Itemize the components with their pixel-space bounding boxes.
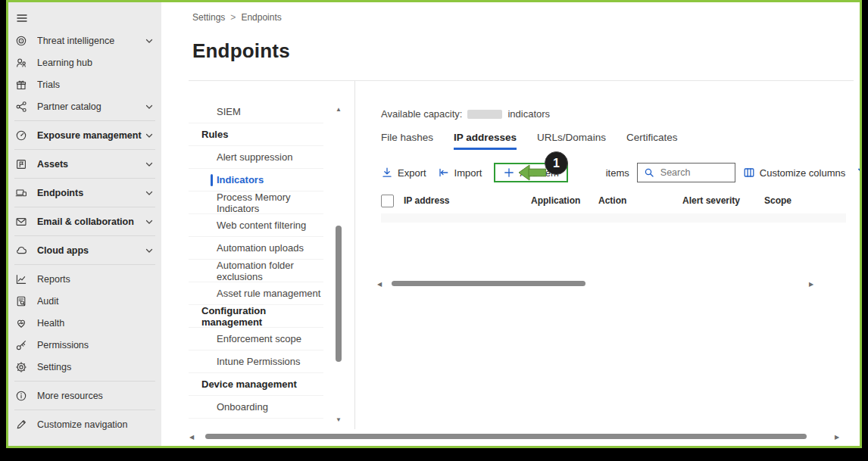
- breadcrumb-separator: >: [230, 12, 236, 23]
- sidebar-item-label: Trials: [37, 79, 154, 90]
- scroll-left-arrow-icon[interactable]: ◀: [375, 281, 384, 288]
- nav-item-label: Onboarding: [217, 401, 268, 413]
- sidebar-item-reports[interactable]: Reports: [8, 268, 161, 290]
- sidebar-item-exposure-management[interactable]: Exposure management: [8, 124, 161, 146]
- filter-button[interactable]: Filter: [857, 167, 862, 179]
- sidebar-item-endpoints[interactable]: Endpoints: [8, 182, 161, 204]
- nav-item-label: Asset rule management: [217, 288, 320, 299]
- tab-urls-domains[interactable]: URLs/Domains: [537, 132, 606, 150]
- sidebar-item-health[interactable]: Health: [8, 312, 161, 334]
- scroll-up-arrow-icon[interactable]: ▲: [335, 107, 342, 113]
- settings-nav-item-process-memory-indicators[interactable]: Process Memory Indicators: [189, 192, 323, 214]
- learning-hub-icon: [15, 57, 27, 69]
- settings-nav-item-siem[interactable]: SIEM: [189, 101, 323, 123]
- settings-nav-item-alert-suppression[interactable]: Alert suppression: [189, 146, 323, 169]
- nav-item-label: Enforcement scope: [217, 333, 301, 344]
- scroll-right-arrow-icon[interactable]: ▶: [807, 281, 816, 288]
- tab-certificates[interactable]: Certificates: [626, 132, 678, 150]
- sidebar-item-assets[interactable]: Assets: [8, 153, 161, 175]
- chevron-down-icon: [145, 217, 154, 226]
- customize-columns-label: Customize columns: [760, 167, 845, 179]
- settings-nav-header-configuration-management: Configuration management: [189, 305, 323, 328]
- column-header-ip-address[interactable]: IP address: [404, 195, 531, 206]
- chevron-down-icon: [145, 160, 154, 169]
- sidebar-item-more-resources[interactable]: More resources: [8, 385, 161, 406]
- scrollbar-track[interactable]: [384, 281, 807, 287]
- sidebar-item-label: Exposure management: [37, 130, 145, 141]
- settings-nav-item-web-content-filtering[interactable]: Web content filtering: [189, 214, 323, 237]
- toolbar: Export Import Add item items: [381, 161, 846, 184]
- scroll-left-arrow-icon[interactable]: ◀: [187, 434, 196, 441]
- settings-nav-item-asset-rule-management[interactable]: Asset rule management: [189, 282, 323, 305]
- available-capacity: Available capacity: indicators: [381, 108, 846, 120]
- hamburger-menu-button[interactable]: [8, 7, 161, 30]
- customize-columns-button[interactable]: Customize columns: [743, 167, 845, 179]
- endpoints-icon: [15, 187, 27, 199]
- hamburger-icon: [16, 12, 28, 24]
- sidebar-item-label: Threat intelligence: [37, 36, 145, 46]
- scrollbar-thumb[interactable]: [392, 281, 585, 286]
- capacity-prefix: Available capacity:: [381, 108, 462, 120]
- nav-item-label: Process Memory Indicators: [217, 192, 323, 214]
- settings-nav-item-onboarding[interactable]: Onboarding: [189, 396, 323, 419]
- customize-columns-icon: [743, 167, 755, 179]
- sidebar-item-permissions[interactable]: Permissions: [8, 334, 161, 356]
- settings-nav: SIEM Rules Alert suppression Indicators …: [189, 81, 354, 446]
- tab-ip-addresses[interactable]: IP addresses: [454, 132, 517, 150]
- export-button[interactable]: Export: [381, 167, 426, 179]
- scrollbar-track[interactable]: [196, 434, 832, 440]
- sidebar-item-settings[interactable]: Settings: [8, 356, 161, 378]
- breadcrumb: Settings > Endpoints: [161, 2, 860, 23]
- settings-nav-item-enforcement-scope[interactable]: Enforcement scope: [189, 328, 323, 350]
- settings-nav-item-indicators[interactable]: Indicators: [189, 169, 323, 192]
- annotation-arrow: [519, 164, 546, 181]
- nav-header-label: Device management: [201, 378, 297, 390]
- settings-nav-header-device-management: Device management: [189, 373, 323, 396]
- sidebar-item-label: Assets: [37, 159, 145, 170]
- column-header-scope[interactable]: Scope: [764, 195, 846, 206]
- scroll-right-arrow-icon[interactable]: ▶: [832, 434, 841, 441]
- table-header-row: IP address Application Action Alert seve…: [381, 192, 846, 210]
- sidebar-item-label: Cloud apps: [37, 245, 145, 256]
- email-icon: [15, 216, 27, 228]
- sidebar-item-label: Settings: [37, 362, 154, 372]
- settings-nav-item-automation-uploads[interactable]: Automation uploads: [189, 237, 323, 260]
- settings-nav-item-automation-folder-exclusions[interactable]: Automation folder exclusions: [189, 260, 323, 282]
- filter-funnel-icon: [857, 167, 862, 179]
- select-all-checkbox[interactable]: [381, 195, 394, 207]
- content-pane: Available capacity: indicators File hash…: [355, 81, 860, 446]
- settings-nav-item-intune-permissions[interactable]: Intune Permissions: [189, 350, 323, 373]
- sidebar-item-learning-hub[interactable]: Learning hub: [8, 51, 161, 73]
- sidebar-item-customize-navigation[interactable]: Customize navigation: [8, 413, 161, 435]
- column-header-alert-severity[interactable]: Alert severity: [682, 195, 764, 206]
- column-header-action[interactable]: Action: [598, 195, 682, 206]
- sidebar-item-partner-catalog[interactable]: Partner catalog: [8, 95, 161, 117]
- import-button[interactable]: Import: [438, 167, 482, 179]
- scrollbar-thumb[interactable]: [336, 226, 342, 362]
- sidebar-item-email-collaboration[interactable]: Email & collaboration: [8, 210, 161, 232]
- breadcrumb-settings[interactable]: Settings: [192, 12, 225, 23]
- empty-table-row: [381, 213, 846, 223]
- column-header-application[interactable]: Application: [531, 195, 598, 206]
- assets-icon: [15, 158, 27, 170]
- sidebar-item-label: Health: [37, 318, 154, 329]
- items-count: items: [606, 167, 629, 179]
- sidebar-item-label: Endpoints: [37, 188, 145, 198]
- scroll-down-arrow-icon[interactable]: ▼: [335, 417, 342, 423]
- trials-icon: [15, 79, 27, 91]
- search-box[interactable]: [637, 163, 735, 182]
- sidebar-item-label: Audit: [37, 296, 154, 307]
- nav-item-label: Indicators: [217, 174, 264, 185]
- sidebar-item-cloud-apps[interactable]: Cloud apps: [8, 239, 161, 261]
- sidebar-item-label: Customize navigation: [37, 419, 154, 430]
- main-area: Settings > Endpoints Endpoints SIEM Rule…: [161, 2, 860, 446]
- scrollbar-thumb[interactable]: [205, 434, 807, 439]
- tab-file-hashes[interactable]: File hashes: [381, 132, 433, 150]
- download-icon: [381, 167, 393, 179]
- sidebar-item-threat-intelligence[interactable]: Threat intelligence: [8, 30, 161, 51]
- audit-icon: [15, 295, 27, 307]
- search-input[interactable]: [659, 167, 735, 179]
- breadcrumb-endpoints: Endpoints: [241, 12, 281, 23]
- sidebar-item-audit[interactable]: Audit: [8, 290, 161, 312]
- sidebar-item-trials[interactable]: Trials: [8, 73, 161, 95]
